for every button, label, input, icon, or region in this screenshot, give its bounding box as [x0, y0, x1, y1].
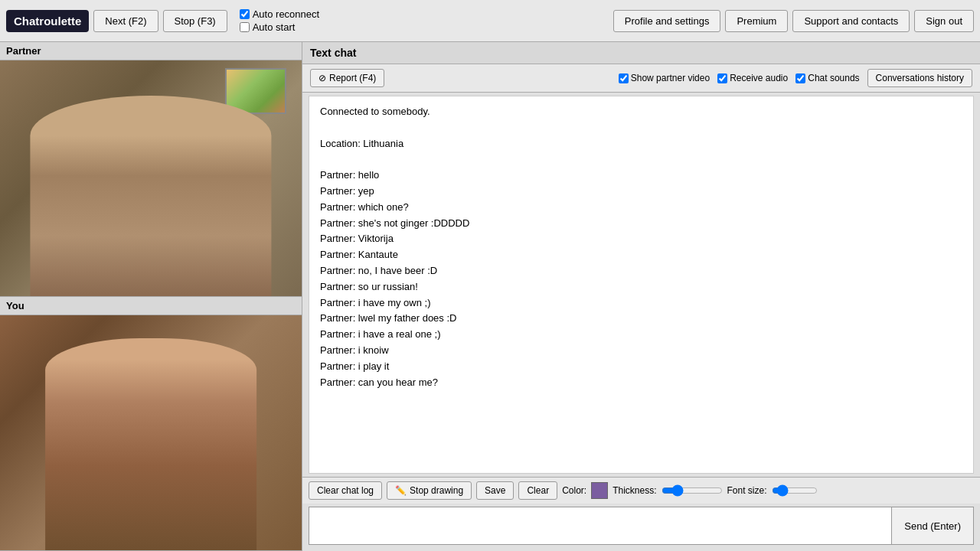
auto-start-label[interactable]: Auto start [240, 21, 319, 33]
support-contacts-button[interactable]: Support and contacts [792, 10, 910, 32]
chat-message: Partner: so ur russian! [320, 279, 962, 295]
chat-input[interactable] [309, 507, 891, 544]
header: Chatroulette Next (F2) Stop (F3) Auto re… [0, 0, 980, 42]
partner-video-area [0, 60, 302, 296]
chat-message: Partner: i have a real one ;) [320, 327, 962, 343]
you-video-area [0, 315, 302, 551]
left-panel: Partner You [0, 42, 302, 551]
chat-message: Partner: yep [320, 184, 962, 200]
chat-options: Show partner video Receive audio Chat so… [619, 69, 972, 87]
chat-input-area: Send (Enter) [309, 507, 974, 545]
chat-message: Partner: i knoiw [320, 343, 962, 359]
color-swatch[interactable] [591, 482, 608, 499]
chat-message: Partner: lwel my father does :D [320, 311, 962, 327]
chat-message: Partner: i play it [320, 359, 962, 375]
you-video-section: You [0, 297, 302, 552]
receive-audio-label[interactable]: Receive audio [717, 73, 788, 83]
auto-start-checkbox[interactable] [240, 22, 250, 32]
premium-button[interactable]: Premium [725, 10, 788, 32]
you-silhouette [45, 338, 256, 550]
show-partner-video-checkbox[interactable] [619, 73, 629, 83]
chat-message: Partner: Kantaute [320, 247, 962, 263]
chat-bottom-toolbar: Clear chat log ✏️ Stop drawing Save Clea… [302, 477, 980, 504]
receive-audio-checkbox[interactable] [717, 73, 727, 83]
header-right: Profile and settings Premium Support and… [613, 10, 974, 32]
main-layout: Partner You Text chat ⊘ Repor [0, 42, 980, 551]
stop-button[interactable]: Stop (F3) [163, 10, 227, 32]
auto-reconnect-checkbox[interactable] [240, 9, 250, 19]
profile-settings-button[interactable]: Profile and settings [613, 10, 721, 32]
chat-toolbar: ⊘ Report (F4) Show partner video Receive… [302, 64, 980, 93]
chat-sounds-label[interactable]: Chat sounds [795, 73, 859, 83]
auto-reconnect-label[interactable]: Auto reconnect [240, 8, 319, 20]
thickness-label: Thickness: [612, 485, 656, 496]
thickness-slider[interactable] [662, 484, 723, 497]
logo: Chatroulette [6, 10, 89, 32]
text-chat-header: Text chat [302, 42, 980, 64]
next-button[interactable]: Next (F2) [93, 10, 158, 32]
stop-drawing-button[interactable]: ✏️ Stop drawing [387, 481, 472, 500]
right-panel: Text chat ⊘ Report (F4) Show partner vid… [302, 42, 980, 551]
chat-message: Partner: she's not ginger :DDDDD [320, 216, 962, 232]
chat-message [320, 120, 962, 136]
partner-silhouette [30, 96, 271, 295]
chat-message: Partner: i have my own ;) [320, 295, 962, 311]
chat-messages: Connected to somebody. Location: Lithuan… [309, 96, 974, 474]
chat-message: Partner: which one? [320, 200, 962, 216]
show-partner-video-label[interactable]: Show partner video [619, 73, 710, 83]
chat-message [320, 152, 962, 168]
color-label: Color: [562, 485, 586, 496]
partner-label: Partner [0, 42, 302, 60]
partner-video-section: Partner [0, 42, 302, 297]
partner-video-bg [0, 60, 302, 296]
save-button[interactable]: Save [476, 481, 514, 500]
chat-message: Connected to somebody. [320, 104, 962, 120]
clear-chat-log-button[interactable]: Clear chat log [309, 481, 382, 500]
clear-button[interactable]: Clear [518, 481, 557, 500]
fontsize-label: Font size: [727, 485, 767, 496]
chat-message: Partner: no, I have beer :D [320, 263, 962, 279]
you-label: You [0, 297, 302, 315]
chat-message: Partner: Viktorija [320, 231, 962, 247]
report-button[interactable]: ⊘ Report (F4) [310, 69, 384, 87]
conversations-history-button[interactable]: Conversations history [867, 69, 972, 87]
fontsize-slider[interactable] [772, 484, 818, 497]
sign-out-button[interactable]: Sign out [914, 10, 974, 32]
chat-sounds-checkbox[interactable] [795, 73, 805, 83]
you-video-bg [0, 315, 302, 551]
chat-message: Partner: hello [320, 168, 962, 184]
report-icon: ⊘ [318, 73, 326, 83]
send-button[interactable]: Send (Enter) [891, 507, 973, 544]
chat-message: Location: Lithuania [320, 136, 962, 152]
pencil-icon: ✏️ [395, 485, 407, 496]
auto-options: Auto reconnect Auto start [240, 8, 319, 33]
chat-message: Partner: can you hear me? [320, 375, 962, 391]
